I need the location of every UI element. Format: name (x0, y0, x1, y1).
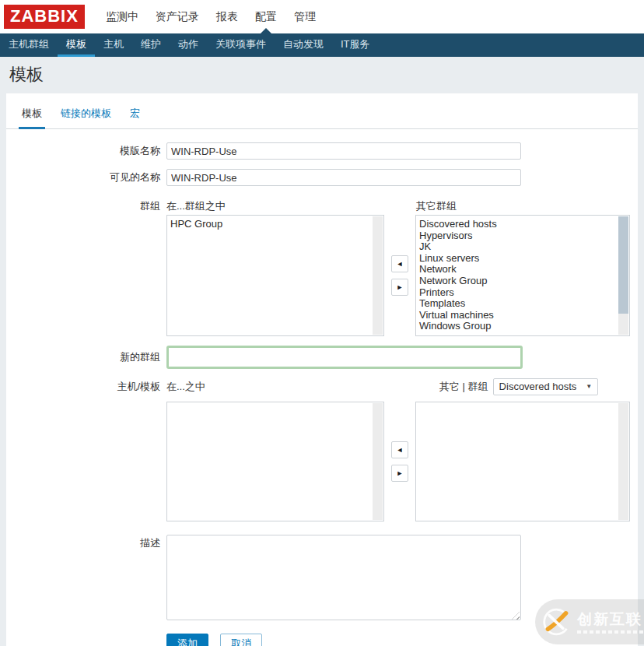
in-hosts-listbox[interactable] (166, 402, 384, 521)
description-textarea[interactable] (166, 535, 521, 620)
description-label: 描述 (6, 535, 166, 552)
tab-macros[interactable]: 宏 (127, 103, 143, 129)
list-item[interactable]: Templates (419, 298, 617, 310)
list-item[interactable]: Network Group (419, 276, 617, 287)
top-menu-monitoring[interactable]: 监测中 (97, 0, 147, 33)
nav-host-groups[interactable]: 主机群组 (0, 33, 58, 57)
nav-it-services[interactable]: IT服务 (332, 33, 379, 57)
group-select-value: Discovered hosts (499, 378, 577, 395)
list-item[interactable]: Discovered hosts (419, 219, 617, 230)
row-new-group: 新的群组 (6, 346, 638, 369)
list-item[interactable]: Linux servers (419, 253, 617, 265)
visible-name-label: 可见的名称 (6, 169, 166, 186)
groups-boxes: HPC Group ◄ ► Discovered hosts Hyperviso… (166, 215, 630, 336)
list-item[interactable]: JK (419, 241, 617, 253)
scrollbar-track[interactable] (618, 403, 628, 520)
other-group-chooser: 其它 | 群组 Discovered hosts ▼ (439, 378, 598, 395)
list-item[interactable]: HPC Group (170, 219, 371, 230)
other-groups-header: 其它群组 (415, 198, 630, 215)
watermark-text: 创新互联 (577, 611, 644, 628)
move-right-button[interactable]: ► (391, 465, 408, 482)
groups-label: 群组 (6, 198, 166, 215)
top-menu-configuration[interactable]: 配置 (247, 0, 285, 33)
groups-move-buttons: ◄ ► (384, 215, 415, 336)
app-header: ZABBIX 监测中 资产记录 报表 配置 管理 (0, 0, 644, 33)
tab-bar: 模板 链接的模板 宏 (6, 103, 638, 129)
other-hosts-listbox[interactable] (415, 402, 630, 521)
tab-template[interactable]: 模板 (19, 103, 45, 129)
nav-discovery[interactable]: 自动发现 (275, 33, 332, 57)
content-panel: 模板 链接的模板 宏 模版名称 可见的名称 群组 在...群组之中 其它群组 (6, 93, 638, 646)
top-menu-inventory[interactable]: 资产记录 (147, 0, 208, 33)
titlebar: 模板 (0, 57, 644, 93)
watermark-text-col: 创新互联 (577, 611, 644, 634)
in-groups-header: 在...群组之中 (166, 198, 384, 215)
hosts-templates-boxes: ◄ ► (166, 402, 630, 521)
tab-linked-templates[interactable]: 链接的模板 (58, 103, 114, 129)
page-title: 模板 (9, 63, 635, 86)
hosts-templates-headers: 在...之中 其它 | 群组 Discovered hosts ▼ (166, 378, 630, 395)
move-right-button[interactable]: ► (391, 279, 408, 296)
nav-hosts[interactable]: 主机 (95, 33, 132, 57)
nav-templates[interactable]: 模板 (58, 33, 95, 57)
scrollbar-track[interactable] (373, 403, 383, 520)
scrollbar-track[interactable] (618, 216, 628, 335)
top-menu-reports[interactable]: 报表 (208, 0, 247, 33)
new-group-label: 新的群组 (6, 346, 166, 369)
watermark-logo-icon (541, 606, 572, 638)
description-wrap (166, 535, 521, 623)
visible-name-input[interactable] (166, 169, 521, 186)
list-item[interactable]: Virtual machines (419, 310, 617, 321)
config-navbar: 主机群组 模板 主机 维护 动作 关联项事件 自动发现 IT服务 (0, 33, 644, 57)
template-name-input[interactable] (166, 142, 521, 160)
row-hosts-templates: 主机/模板 在...之中 其它 | 群组 Discovered hosts ▼ (6, 378, 638, 521)
top-menu-administration[interactable]: 管理 (285, 0, 324, 33)
hosts-templates-label: 主机/模板 (6, 378, 166, 395)
row-visible-name: 可见的名称 (6, 169, 638, 186)
row-groups: 群组 在...群组之中 其它群组 HPC Group ◄ (6, 198, 638, 336)
hosts-templates-dual-listbox: 在...之中 其它 | 群组 Discovered hosts ▼ (166, 378, 630, 521)
other-groups-listbox[interactable]: Discovered hosts Hypervisors JK Linux se… (415, 215, 630, 336)
list-item[interactable]: Windows Group (419, 321, 617, 332)
add-button[interactable]: 添加 (166, 634, 208, 646)
template-form: 模版名称 可见的名称 群组 在...群组之中 其它群组 HPC Group (6, 129, 638, 646)
list-item[interactable]: Hypervisors (419, 230, 617, 242)
cancel-button[interactable]: 取消 (220, 634, 262, 646)
groups-headers: 在...群组之中 其它群组 (166, 198, 630, 215)
list-item[interactable]: Printers (419, 287, 617, 299)
button-group: 添加 取消 (166, 634, 262, 646)
move-left-button[interactable]: ◄ (391, 255, 408, 272)
scrollbar-track[interactable] (373, 216, 383, 335)
move-left-button[interactable]: ◄ (391, 441, 408, 458)
nav-maintenance[interactable]: 维护 (132, 33, 170, 57)
top-menu: 监测中 资产记录 报表 配置 管理 (97, 0, 324, 33)
nav-event-correlation[interactable]: 关联项事件 (207, 33, 275, 57)
other-group-label: 其它 | 群组 (439, 378, 488, 395)
scrollbar-thumb[interactable] (618, 216, 628, 314)
new-group-input[interactable] (166, 346, 523, 369)
zabbix-logo: ZABBIX (4, 5, 85, 29)
site-watermark: 创新互联 (535, 599, 644, 644)
template-name-label: 模版名称 (6, 142, 166, 160)
hosts-move-buttons: ◄ ► (384, 402, 415, 521)
in-groups-listbox[interactable]: HPC Group (166, 215, 384, 336)
groups-dual-listbox: 在...群组之中 其它群组 HPC Group ◄ ► (166, 198, 630, 336)
list-item[interactable]: Network (419, 264, 617, 276)
chevron-down-icon: ▼ (586, 378, 592, 395)
watermark-subline (577, 630, 644, 634)
group-select[interactable]: Discovered hosts ▼ (493, 378, 599, 395)
row-template-name: 模版名称 (6, 142, 638, 160)
in-header: 在...之中 (166, 378, 384, 395)
nav-actions[interactable]: 动作 (170, 33, 207, 57)
